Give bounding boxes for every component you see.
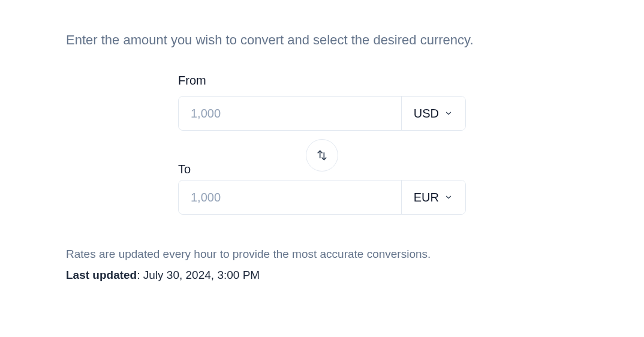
last-updated-value: : July 30, 2024, 3:00 PM	[137, 269, 260, 281]
swap-row: To	[178, 131, 466, 180]
from-input-row: USD	[178, 96, 466, 131]
from-amount-input[interactable]	[179, 97, 401, 130]
from-currency-select[interactable]: USD	[401, 97, 465, 130]
from-field-group: From USD	[178, 74, 466, 131]
to-field-group: EUR	[178, 180, 466, 215]
chevron-down-icon	[444, 109, 453, 118]
from-currency-code: USD	[414, 107, 439, 121]
last-updated-line: Last updated: July 30, 2024, 3:00 PM	[66, 264, 578, 285]
currency-converter: From USD To	[66, 74, 578, 215]
intro-text: Enter the amount you wish to convert and…	[66, 30, 578, 50]
to-input-row: EUR	[178, 180, 466, 215]
rates-note: Rates are updated every hour to provide …	[66, 243, 578, 264]
to-label: To	[178, 163, 191, 176]
last-updated-label: Last updated	[66, 269, 137, 281]
to-currency-code: EUR	[414, 191, 439, 204]
swap-button[interactable]	[306, 139, 338, 171]
to-currency-select[interactable]: EUR	[401, 180, 465, 214]
to-amount-input[interactable]	[179, 180, 401, 214]
swap-vertical-icon	[316, 149, 328, 161]
chevron-down-icon	[444, 192, 453, 202]
from-label: From	[178, 74, 466, 88]
